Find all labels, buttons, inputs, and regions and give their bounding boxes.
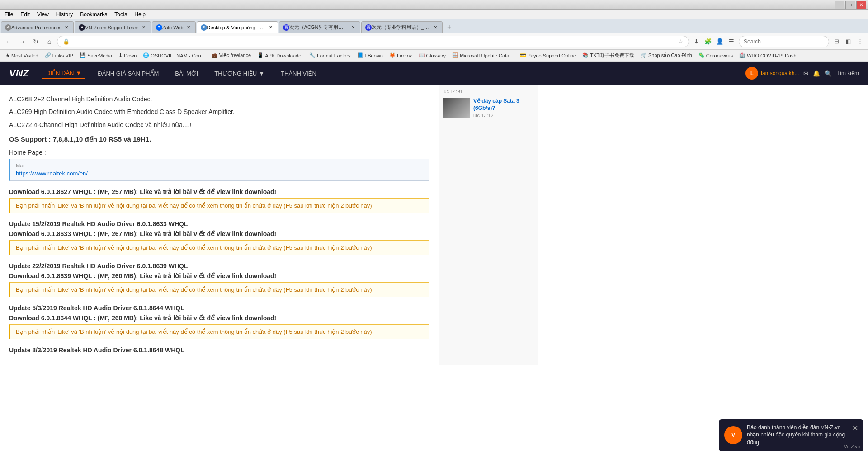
tab-favicon-5: 百 [283,24,289,31]
section-header-1: Download 6.0.1.8627 WHQL : (MF, 257 MB):… [9,188,429,195]
url-bar[interactable]: 🔒 https://vn-z.vn/threads/realtek-hd-aud… [57,36,689,47]
nav-dien-dan[interactable]: DIỄN ĐÀN ▼ [42,68,85,79]
forward-button[interactable]: → [16,36,28,47]
downloads-icon[interactable]: ⬇ [691,36,702,47]
menu-edit[interactable]: Edit [18,11,33,18]
main-layout: VNZ DIỄN ĐÀN ▼ ĐÁNH GIÁ SẢN PHẨM BÀI MỚI… [0,62,868,460]
vnz-user[interactable]: L lamsonquaikh... [745,67,799,80]
bookmark-star-icon[interactable]: ☆ [678,38,683,45]
osho-icon: 🌐 [143,52,149,58]
minimize-button[interactable]: ─ [835,1,844,9]
tab-label-5: 次元（ACGN界专有用语）_百... [289,24,348,31]
links-vip-icon: 🔗 [45,52,51,58]
nav-danh-gia-label: ĐÁNH GIÁ SẢN PHẨM [98,70,159,77]
tab-baidu2[interactable]: 百 次元（专业学科用语）_百度百... ✕ [361,21,443,33]
home-button[interactable]: ⌂ [43,36,55,47]
window-titlebar: ─ □ ✕ [0,0,868,10]
tab-close-3[interactable]: ✕ [185,24,192,31]
menu-bookmarks[interactable]: Bookmarks [77,11,110,18]
tab-realtek[interactable]: R Desktop & Văn phòng - Realte... ✕ [197,21,278,33]
locked-box-1: Bạn phải nhấn 'Like' và 'Bình luận' về n… [9,198,429,213]
tab-close-2[interactable]: ✕ [141,24,147,31]
tab-close-6[interactable]: ✕ [432,24,439,31]
nav-dien-dan-label: DIỄN ĐÀN [46,70,74,76]
vnz-logo[interactable]: VNZ [9,67,29,79]
maximize-button[interactable]: □ [845,1,855,9]
sidebar-icon[interactable]: ◧ [843,36,854,47]
txt-icon: 📚 [582,52,589,58]
bookmark-freelance[interactable]: 💼 Việc freelance [209,52,254,59]
search-label[interactable]: Tìm kiếm [836,70,859,76]
bookmark-who[interactable]: 🏥 WHO COVID-19 Dash... [736,52,803,59]
coronavirus-icon: 🦠 [698,52,705,58]
bookmark-payoo[interactable]: 💳 Payoo Support Online [517,52,579,59]
payoo-icon: 💳 [520,52,526,58]
bookmark-microsoft[interactable]: 🪟 Microsoft Update Cata... [449,52,516,59]
tab-close-5[interactable]: ✕ [350,24,356,31]
menu-help[interactable]: Help [132,11,148,18]
notification-close-icon[interactable]: ✕ [852,424,858,432]
tab-zalo[interactable]: Z Zalo Web ✕ [152,21,196,33]
bookmark-savemedia[interactable]: 💾 SaveMedia [77,52,115,59]
bookmark-label-firefox: Firefox [397,53,412,58]
more-icon[interactable]: ⋮ [854,36,865,47]
bookmark-down[interactable]: ⬇ Down [116,52,139,59]
locked-box-2: Bạn phải nhấn 'Like' và 'Bình luận' về n… [9,240,429,255]
profile-icon[interactable]: 👤 [714,36,725,47]
menu-view[interactable]: View [34,11,52,18]
nav-thanh-vien-label: THÀNH VIÊN [281,70,316,77]
new-tab-button[interactable]: + [443,21,455,33]
bookmark-most-visited[interactable]: ★ Most Visited [3,52,41,59]
bookmark-shop[interactable]: 🛒 Shop sảo Cao Đình [638,52,695,59]
bookmark-oshovietnam[interactable]: 🌐 OSHOVIETNAM - Con... [140,52,208,59]
bookmark-label-coronavirus: Coronavirus [706,53,733,58]
section-subtitle-2: Download 6.0.1.8633 WHQL : (MF, 267 MB):… [9,230,429,237]
tab-baidu1[interactable]: 百 次元（ACGN界专有用语）_百... ✕ [279,21,360,33]
menu-file[interactable]: File [2,11,16,18]
tab-close-1[interactable]: ✕ [63,24,70,31]
username: lamsonquaikh... [761,70,799,76]
nav-thanh-vien[interactable]: THÀNH VIÊN [277,68,320,79]
menu-history[interactable]: History [53,11,75,18]
tab-favicon-1: A [5,24,11,31]
tab-advanced-preferences[interactable]: A Advanced Preferences ✕ [1,21,74,33]
apk-icon: 📱 [257,52,264,58]
tab-close-4[interactable]: ✕ [268,24,274,31]
bookmark-label-microsoft: Microsoft Update Cata... [460,53,514,58]
sidebar-post-1[interactable]: Vẽ dây cáp Sata 3 (6Gb/s)? lúc 13:12 [443,98,534,118]
notification-bell-icon[interactable]: 🔔 [813,70,820,77]
columns-icon[interactable]: ⊟ [831,36,842,47]
bookmark-txt[interactable]: 📚 TXT电子书免费下载 [580,51,637,60]
search-icon[interactable]: 🔍 [825,70,832,77]
code-url[interactable]: https://www.realtek.com/en/ [16,170,424,177]
search-input[interactable] [739,36,829,47]
bookmark-fbdown[interactable]: 📘 FBdown [354,52,386,59]
bookmark-apk[interactable]: 📱 APK Downloader [255,52,306,59]
menu-tools[interactable]: Tools [112,11,130,18]
url-input[interactable]: https://vn-z.vn/threads/realtek-hd-audio… [72,38,675,45]
bookmark-coronavirus[interactable]: 🦠 Coronavirus [696,52,736,59]
page-content: ALC268 2+2 Channel High Definition Audio… [0,85,868,365]
tab-label-3: Zalo Web [162,25,184,30]
bookmark-firefox[interactable]: 🦊 Firefox [387,52,415,59]
tab-vn-zoom[interactable]: V VN-Zoom Support Team ✕ [75,21,151,33]
sidebar-post-title-1[interactable]: Vẽ dây cáp Sata 3 (6Gb/s)? [473,98,534,112]
microsoft-icon: 🪟 [452,52,458,58]
nav-thuong-hieu[interactable]: THƯƠNG HIỆU ▼ [211,68,268,79]
bookmark-links-vip[interactable]: 🔗 Links VIP [42,52,76,59]
shop-icon: 🛒 [641,52,647,58]
mail-icon[interactable]: ✉ [803,70,808,77]
nav-bai-moi[interactable]: BÀI MỚI [171,68,202,79]
extensions-icon[interactable]: 🧩 [703,36,713,47]
nav-danh-gia[interactable]: ĐÁNH GIÁ SẢN PHẨM [94,68,162,79]
close-button[interactable]: ✕ [856,1,866,9]
bookmark-label-txt: TXT电子书免费下载 [590,52,634,59]
most-visited-icon: ★ [5,52,10,58]
back-button[interactable]: ← [3,36,14,47]
vnz-page: VNZ DIỄN ĐÀN ▼ ĐÁNH GIÁ SẢN PHẨM BÀI MỚI… [0,62,868,460]
bookmark-glossary[interactable]: 📖 Glossary [416,52,448,59]
menu-icon[interactable]: ☰ [726,36,737,47]
bookmark-format-factory[interactable]: 🔧 Format Factory [307,52,354,59]
freelance-icon: 💼 [212,52,218,58]
refresh-button[interactable]: ↻ [30,36,42,47]
